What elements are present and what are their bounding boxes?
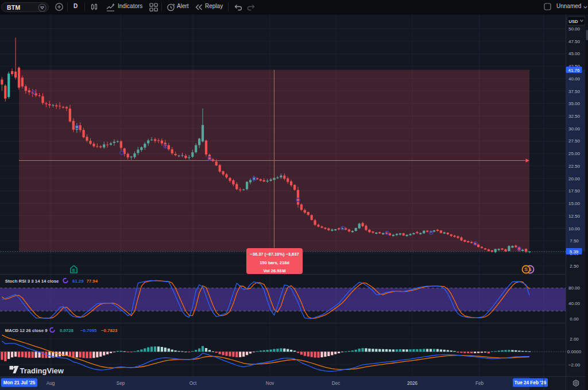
svg-text:−0.7823: −0.7823 xyxy=(101,328,118,333)
svg-text:Dec: Dec xyxy=(332,381,341,386)
svg-text:MACD 12 26 close 9: MACD 12 26 close 9 xyxy=(5,328,48,333)
svg-text:5.39: 5.39 xyxy=(570,249,579,254)
svg-text:7.50: 7.50 xyxy=(570,238,579,244)
svg-text:80.00: 80.00 xyxy=(568,285,581,291)
svg-text:Oct: Oct xyxy=(189,381,197,386)
svg-text:37.50: 37.50 xyxy=(568,89,581,94)
svg-text:40.00: 40.00 xyxy=(568,76,581,82)
svg-text:−0.7095: −0.7095 xyxy=(80,328,97,333)
svg-text:41.76: 41.76 xyxy=(568,68,580,73)
svg-text:22.50: 22.50 xyxy=(568,164,581,169)
svg-text:−2.00: −2.00 xyxy=(568,362,581,368)
svg-text:S: S xyxy=(524,267,528,272)
svg-text:0.0728: 0.0728 xyxy=(60,328,74,333)
svg-text:Vol 26.93 M: Vol 26.93 M xyxy=(264,268,286,273)
svg-text:E: E xyxy=(72,268,76,273)
svg-text:Nov: Nov xyxy=(266,381,274,386)
svg-text:25.00: 25.00 xyxy=(568,151,581,156)
svg-text:Stoch RSI 3 3 14 14 close: Stoch RSI 3 3 14 14 close xyxy=(5,279,59,284)
svg-text:35.00: 35.00 xyxy=(568,101,581,106)
svg-text:Sep: Sep xyxy=(117,381,125,386)
svg-text:15.00: 15.00 xyxy=(568,201,581,206)
svg-text:77.94: 77.94 xyxy=(87,279,98,284)
svg-text:0.0000: 0.0000 xyxy=(567,349,582,354)
svg-text:10.00: 10.00 xyxy=(568,226,581,231)
svg-text:2.50: 2.50 xyxy=(570,264,579,269)
svg-text:2026: 2026 xyxy=(407,381,418,386)
svg-text:32.50: 32.50 xyxy=(568,114,581,119)
svg-text:150 bars, 218d: 150 bars, 218d xyxy=(260,260,289,265)
svg-text:17.50: 17.50 xyxy=(568,188,581,194)
svg-text:Feb: Feb xyxy=(475,381,484,386)
svg-text:20.00: 20.00 xyxy=(568,176,581,182)
svg-text:47.50: 47.50 xyxy=(568,39,581,44)
svg-text:12.50: 12.50 xyxy=(568,214,581,219)
svg-text:Mon 21 Jul '25: Mon 21 Jul '25 xyxy=(3,380,36,385)
svg-text:61.29: 61.29 xyxy=(72,279,84,284)
svg-text:40.00: 40.00 xyxy=(568,301,581,306)
svg-text:Tue 24 Feb '26: Tue 24 Feb '26 xyxy=(514,380,547,385)
svg-text:USD: USD xyxy=(568,19,578,24)
svg-text:0.00: 0.00 xyxy=(570,316,579,322)
svg-text:−36.37 (−87.10%) −3,637: −36.37 (−87.10%) −3,637 xyxy=(250,252,299,257)
svg-text:2.00: 2.00 xyxy=(570,337,579,342)
svg-text:30.00: 30.00 xyxy=(568,126,581,132)
svg-text:50.00: 50.00 xyxy=(568,26,581,32)
svg-text:Aug: Aug xyxy=(47,381,55,386)
svg-text:27.50: 27.50 xyxy=(568,138,581,144)
svg-text:TradingView: TradingView xyxy=(20,366,64,375)
svg-text:45.00: 45.00 xyxy=(568,51,581,56)
